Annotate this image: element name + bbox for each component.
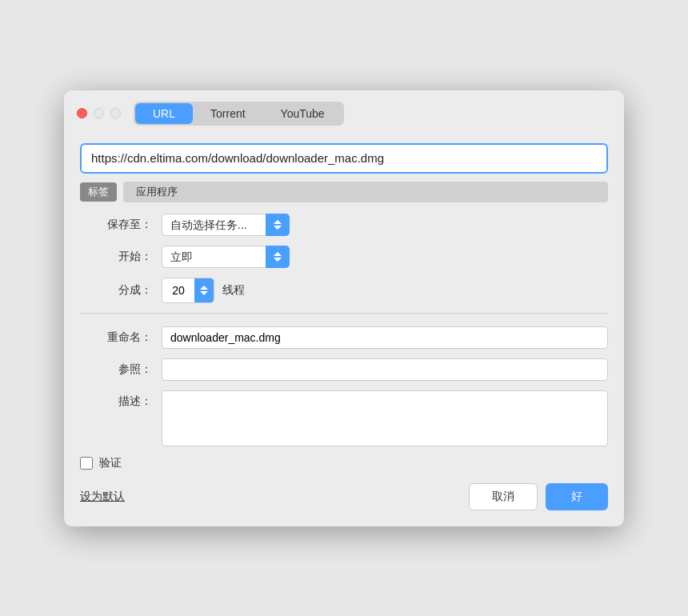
threads-label: 分成： — [80, 283, 152, 298]
start-label: 开始： — [80, 250, 152, 264]
threads-input-wrapper — [162, 278, 214, 303]
ok-button[interactable]: 好 — [546, 483, 608, 510]
start-select-wrapper: 立即 — [162, 246, 290, 268]
description-row: 描述： — [80, 390, 608, 446]
bottom-buttons: 取消 好 — [469, 483, 608, 510]
tab-youtube[interactable]: YouTube — [263, 103, 342, 124]
verify-row: 验证 — [80, 456, 608, 470]
description-label: 描述： — [80, 390, 152, 409]
maximize-button[interactable] — [110, 108, 121, 118]
content-area: 标签 应用程序 保存至： 自动选择任务... 开始： 立即 — [64, 135, 624, 446]
save-to-select[interactable]: 自动选择任务... — [162, 214, 290, 236]
start-row: 开始： 立即 — [80, 246, 608, 268]
reference-input[interactable] — [162, 358, 608, 381]
url-input-wrapper — [80, 143, 608, 174]
rename-label: 重命名： — [80, 330, 152, 345]
rename-row: 重命名： — [80, 326, 608, 349]
url-input[interactable] — [91, 151, 597, 165]
bottom-bar: 设为默认 取消 好 — [64, 483, 624, 510]
tab-torrent[interactable]: Torrent — [193, 103, 263, 124]
save-to-row: 保存至： 自动选择任务... — [80, 214, 608, 236]
threads-up-icon — [200, 286, 208, 290]
main-window: URL Torrent YouTube 标签 应用程序 保存至： 自动选择任务.… — [64, 90, 624, 526]
reference-label: 参照： — [80, 362, 152, 377]
traffic-lights — [77, 108, 121, 118]
save-to-select-wrapper: 自动选择任务... — [162, 214, 290, 236]
rename-input[interactable] — [162, 326, 608, 349]
tag-value: 应用程序 — [123, 182, 608, 202]
verify-label: 验证 — [99, 456, 122, 470]
threads-row: 分成： 线程 — [80, 278, 608, 303]
verify-checkbox[interactable] — [80, 457, 93, 470]
close-button[interactable] — [77, 108, 87, 118]
threads-down-icon — [200, 291, 208, 295]
threads-stepper[interactable] — [194, 278, 214, 302]
minimize-button[interactable] — [94, 108, 104, 118]
divider — [80, 313, 608, 314]
cancel-button[interactable]: 取消 — [469, 483, 538, 510]
set-default-button[interactable]: 设为默认 — [80, 490, 125, 504]
threads-input[interactable] — [162, 280, 194, 301]
threads-suffix: 线程 — [222, 283, 245, 298]
tab-url[interactable]: URL — [135, 103, 193, 124]
start-select[interactable]: 立即 — [162, 246, 290, 268]
reference-row: 参照： — [80, 358, 608, 381]
tab-group: URL Torrent YouTube — [134, 102, 344, 126]
save-to-label: 保存至： — [80, 218, 152, 232]
tag-button[interactable]: 标签 — [80, 182, 117, 202]
tag-row: 标签 应用程序 — [80, 182, 608, 202]
description-textarea[interactable] — [162, 390, 608, 446]
titlebar: URL Torrent YouTube — [64, 90, 624, 135]
